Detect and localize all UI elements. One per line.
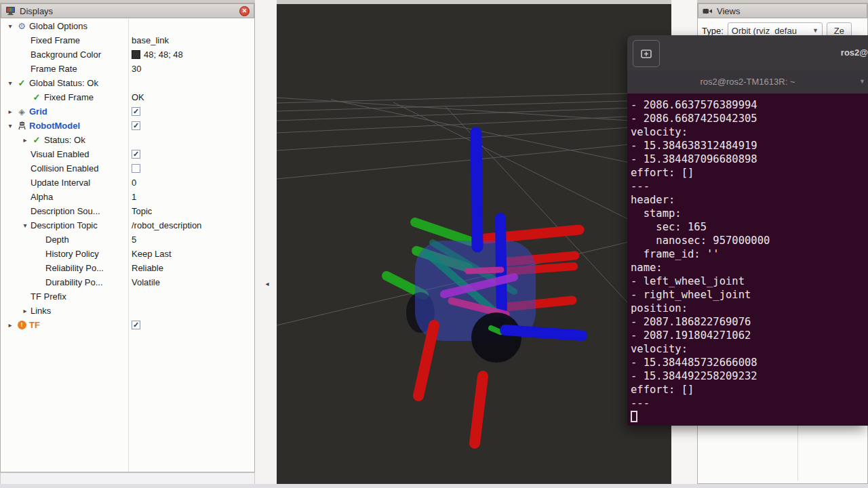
- terminal-tab-label[interactable]: ros2@ros2-TM1613R: ~: [627, 77, 868, 87]
- displays-tree-row[interactable]: Depth5: [1, 232, 254, 247]
- property-label: Collision Enabled: [31, 163, 98, 174]
- grid-display-icon: ◈: [16, 107, 28, 117]
- property-value[interactable]: 5: [132, 235, 136, 245]
- displays-tree-row[interactable]: Fixed Framebase_link: [1, 33, 254, 47]
- expand-down-icon[interactable]: ▾: [20, 222, 31, 229]
- property-value[interactable]: /robot_description: [132, 220, 201, 230]
- view-type-label: Type:: [702, 26, 724, 36]
- panel-splitter[interactable]: [255, 0, 277, 488]
- displays-panel-header[interactable]: Displays ✕: [1, 3, 254, 18]
- property-checkbox[interactable]: ✓: [132, 150, 140, 159]
- property-label: Reliability Po...: [45, 263, 104, 273]
- tab-list-caret-icon[interactable]: ▼: [859, 78, 865, 85]
- displays-tree-row[interactable]: Frame Rate30: [1, 62, 254, 76]
- property-value[interactable]: Volatile: [132, 277, 160, 287]
- property-label: Description Topic: [31, 220, 98, 230]
- displays-property-tree: ▾⚙Global OptionsFixed Framebase_linkBack…: [1, 19, 254, 472]
- displays-tree-row[interactable]: TF Prefix: [1, 289, 254, 304]
- expand-down-icon[interactable]: ▾: [5, 122, 16, 129]
- terminal-titlebar[interactable]: ros2@: [627, 35, 868, 71]
- displays-panel-footer: [1, 472, 254, 485]
- gear-icon: ⚙: [16, 21, 28, 31]
- property-checkbox[interactable]: ✓: [132, 321, 140, 329]
- displays-tree-row[interactable]: ▸◈Grid✓: [1, 104, 254, 119]
- displays-tree-row[interactable]: Collision Enabled: [1, 161, 254, 176]
- property-value[interactable]: Reliable: [132, 263, 163, 273]
- property-value[interactable]: 1: [132, 192, 136, 202]
- displays-panel-icon: [5, 6, 16, 16]
- property-label: Links: [31, 306, 51, 316]
- terminal-output[interactable]: - 2086.6637576389994 - 2086.668742504230…: [627, 94, 868, 426]
- property-label: Global Status: Ok: [29, 78, 98, 88]
- displays-panel: Displays ✕ ▾⚙Global OptionsFixed Frameba…: [0, 3, 255, 472]
- property-label: Description Sou...: [31, 206, 100, 216]
- render-viewport-3d[interactable]: [277, 4, 671, 484]
- view-type-value: Orbit (rviz_defau: [732, 26, 810, 36]
- tf-warning-icon: !: [18, 321, 26, 329]
- views-panel-header[interactable]: Views: [698, 3, 867, 18]
- property-value[interactable]: 0: [132, 178, 136, 188]
- close-icon[interactable]: ✕: [239, 6, 250, 16]
- displays-tree-row[interactable]: Visual Enabled✓: [1, 147, 254, 161]
- zero-button-label: Ze: [834, 26, 844, 36]
- property-label: Depth: [45, 235, 69, 245]
- property-label: History Policy: [45, 249, 99, 259]
- terminal-tabbar[interactable]: ros2@ros2-TM1613R: ~ ▼: [627, 70, 868, 94]
- property-value[interactable]: 48; 48; 48: [144, 49, 183, 60]
- displays-tree-row[interactable]: Reliability Po...Reliable: [1, 261, 254, 275]
- property-label: Fixed Frame: [44, 92, 94, 102]
- displays-tree-row[interactable]: ▾✓Global Status: Ok: [1, 76, 254, 90]
- color-swatch[interactable]: [132, 50, 140, 59]
- property-label: Alpha: [31, 192, 53, 202]
- expand-down-icon[interactable]: ▾: [5, 79, 16, 87]
- window-bottom-strip: [0, 484, 868, 488]
- rviz-window: Displays ✕ ▾⚙Global OptionsFixed Frameba…: [0, 0, 868, 488]
- property-value[interactable]: Topic: [132, 206, 152, 216]
- expand-right-icon[interactable]: ▸: [5, 108, 16, 115]
- displays-tree-row[interactable]: ▸Links: [1, 304, 254, 318]
- expand-down-icon[interactable]: ▾: [5, 22, 16, 30]
- property-label: Durability Po...: [45, 277, 103, 287]
- displays-tree-row[interactable]: History PolicyKeep Last: [1, 247, 254, 261]
- property-checkbox[interactable]: ✓: [132, 121, 140, 130]
- property-label: Frame Rate: [31, 64, 77, 74]
- displays-tree-row[interactable]: Alpha1: [1, 190, 254, 204]
- property-value[interactable]: base_link: [132, 35, 169, 45]
- displays-tree-row[interactable]: ▸!TF✓: [1, 318, 254, 332]
- property-label: RobotModel: [29, 121, 80, 131]
- property-label: TF: [29, 320, 40, 330]
- chevron-down-icon: ▼: [812, 27, 818, 34]
- displays-panel-title: Displays: [20, 6, 53, 16]
- property-value[interactable]: Keep Last: [132, 249, 172, 259]
- status-ok-check-icon: ✓: [16, 78, 28, 88]
- displays-tree-row[interactable]: ▾Description Topic/robot_description: [1, 218, 254, 232]
- expand-right-icon[interactable]: ▸: [20, 136, 31, 144]
- property-label: Global Options: [29, 21, 87, 31]
- right-wheel: [471, 312, 521, 363]
- displays-tree-row[interactable]: Background Color48; 48; 48: [1, 47, 254, 62]
- displays-tree-row[interactable]: Update Interval0: [1, 176, 254, 190]
- property-label: Status: Ok: [44, 135, 85, 145]
- property-label: TF Prefix: [31, 291, 66, 302]
- property-value[interactable]: 30: [132, 64, 141, 74]
- displays-tree-row[interactable]: Durability Po...Volatile: [1, 275, 254, 289]
- new-tab-button[interactable]: [633, 40, 660, 67]
- property-value[interactable]: OK: [132, 92, 144, 102]
- splitter-collapse-icon[interactable]: ◂: [263, 279, 271, 289]
- property-checkbox[interactable]: ✓: [132, 107, 140, 116]
- robot-model-icon: [16, 121, 28, 130]
- property-label: Update Interval: [31, 178, 90, 188]
- displays-tree-row[interactable]: ▾RobotModel✓: [1, 119, 254, 133]
- property-label: Visual Enabled: [31, 149, 90, 159]
- displays-tree-row[interactable]: Description Sou...Topic: [1, 204, 254, 218]
- displays-tree-row[interactable]: ▸✓Status: Ok: [1, 133, 254, 147]
- property-checkbox[interactable]: [132, 164, 140, 173]
- terminal-window[interactable]: ros2@ ros2@ros2-TM1613R: ~ ▼ - 2086.6637…: [627, 35, 868, 426]
- property-label: Grid: [29, 106, 47, 117]
- terminal-cursor: [631, 411, 637, 422]
- displays-tree-row[interactable]: ✓Fixed FrameOK: [1, 90, 254, 104]
- expand-right-icon[interactable]: ▸: [5, 321, 16, 329]
- expand-right-icon[interactable]: ▸: [20, 307, 31, 314]
- displays-tree-row[interactable]: ▾⚙Global Options: [1, 19, 254, 33]
- property-label: Fixed Frame: [31, 35, 80, 45]
